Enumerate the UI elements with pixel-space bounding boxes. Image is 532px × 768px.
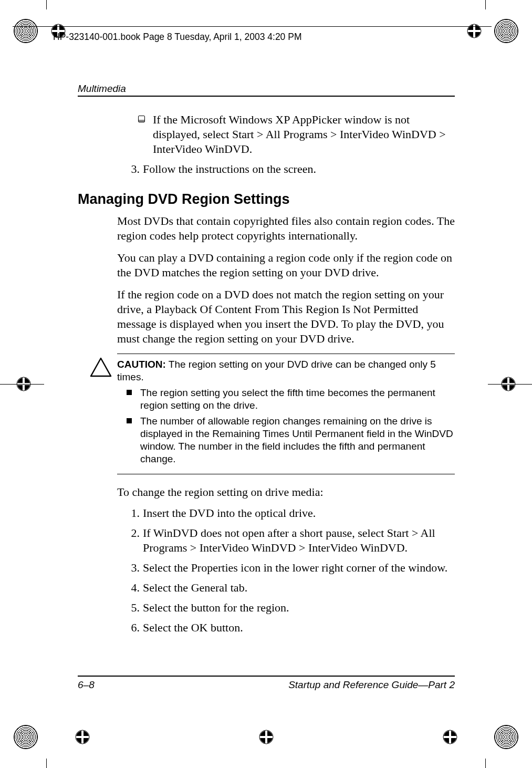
page-number: 6–8: [78, 679, 95, 691]
caution-triangle-icon: [90, 357, 112, 377]
section-heading: Managing DVD Region Settings: [78, 191, 455, 207]
sub-bullet-text: If the Microsoft Windows XP AppPicker wi…: [153, 112, 455, 157]
step-2: 2. If WinDVD does not open after a short…: [125, 526, 455, 555]
step-number: 5.: [125, 600, 143, 615]
paragraph-1: Most DVDs that contain copyrighted files…: [117, 214, 455, 243]
step-number: 3.: [125, 162, 143, 177]
paragraph-2: You can play a DVD containing a region c…: [117, 251, 455, 280]
filled-square-icon: [127, 390, 132, 395]
running-head-rule: [78, 96, 455, 97]
step-number: 2.: [125, 526, 143, 555]
paragraph-3: If the region code on a DVD does not mat…: [117, 287, 455, 346]
crop-rosette-tl: [14, 19, 38, 43]
frame-maker-header: HP-323140-001.book Page 8 Tuesday, April…: [53, 32, 301, 43]
hollow-square-icon: [138, 116, 145, 122]
step-text: Select the button for the region.: [143, 600, 289, 615]
step-text: Select the Properties icon in the lower …: [143, 561, 447, 575]
step-number: 4.: [125, 580, 143, 595]
filled-square-icon: [127, 418, 132, 423]
step-text: Select the General tab.: [143, 580, 247, 595]
caution-label: CAUTION:: [117, 359, 166, 370]
sub-bullet-apppicker: If the Microsoft Windows XP AppPicker wi…: [138, 112, 455, 157]
step-5: 5. Select the button for the region.: [125, 600, 455, 615]
caution-bullet-1-text: The region setting you select the fifth …: [140, 387, 455, 412]
step-number: 1.: [125, 506, 143, 521]
page-frame: HP-323140-001.book Page 8 Tuesday, April…: [46, 9, 486, 758]
step-number: 6.: [125, 620, 143, 635]
svg-marker-28: [91, 358, 111, 376]
crop-rosette-bl: [14, 725, 38, 749]
step-1: 1. Insert the DVD into the optical drive…: [125, 506, 455, 521]
change-lead: To change the region setting on drive me…: [117, 485, 455, 500]
step-text: If WinDVD does not open after a short pa…: [143, 526, 455, 555]
footer-guide-title: Startup and Reference Guide—Part 2: [288, 679, 455, 691]
caution-box: CAUTION: The region setting on your DVD …: [117, 354, 455, 474]
crop-rosette-tr: [494, 19, 518, 43]
continued-step-3: 3. Follow the instructions on the screen…: [125, 162, 455, 177]
step-4: 4. Select the General tab.: [125, 580, 455, 595]
step-text: Follow the instructions on the screen.: [143, 162, 316, 177]
step-text: Insert the DVD into the optical drive.: [143, 506, 316, 521]
footer-rule: [78, 676, 455, 677]
step-6: 6. Select the OK button.: [125, 620, 455, 635]
caution-bullet-1: The region setting you select the fifth …: [117, 387, 455, 412]
caution-bullet-2-text: The number of allowable region changes r…: [140, 415, 455, 465]
step-3: 3. Select the Properties icon in the low…: [125, 561, 455, 575]
step-number: 3.: [125, 561, 143, 575]
caution-bullet-2: The number of allowable region changes r…: [117, 415, 455, 465]
step-text: Select the OK button.: [143, 620, 243, 635]
frame-header-text: HP-323140-001.book Page 8 Tuesday, April…: [53, 32, 301, 42]
crop-rosette-br: [494, 725, 518, 749]
running-head: Multimedia: [78, 83, 455, 96]
